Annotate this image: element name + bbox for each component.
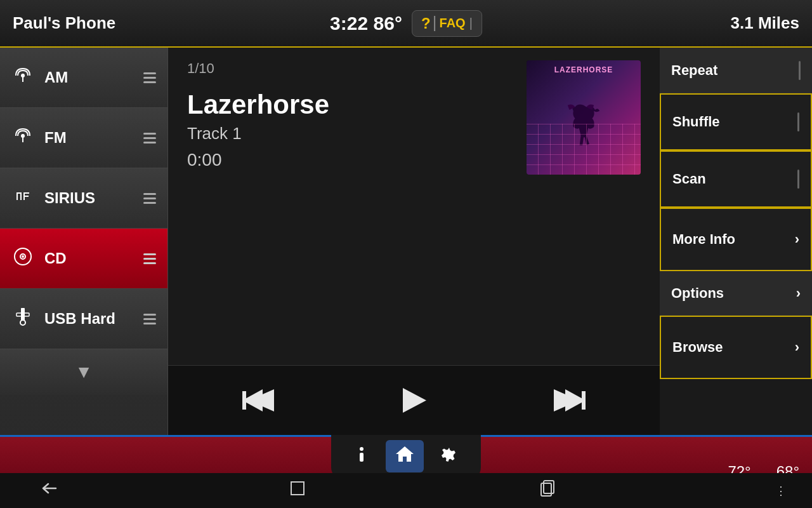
options-button[interactable]: Options › bbox=[660, 271, 812, 316]
browse-button[interactable]: Browse › bbox=[660, 316, 812, 379]
more-info-arrow-icon: › bbox=[795, 231, 799, 248]
android-recents-button[interactable] bbox=[526, 476, 569, 505]
gear-icon bbox=[439, 444, 459, 464]
scan-label: Scan bbox=[672, 171, 706, 187]
play-button[interactable] bbox=[381, 380, 447, 421]
am-menu-icon bbox=[143, 72, 156, 83]
sidebar: AM FM bbox=[0, 48, 168, 435]
android-home-button[interactable] bbox=[276, 476, 319, 505]
shuffle-indicator bbox=[797, 112, 799, 131]
cd-menu-icon bbox=[143, 253, 156, 264]
usb-icon bbox=[11, 307, 34, 331]
svg-point-6 bbox=[22, 255, 24, 258]
usb-label: USB Hard bbox=[44, 310, 133, 328]
sidebar-item-cd[interactable]: CD bbox=[0, 229, 167, 289]
scan-button[interactable]: Scan bbox=[660, 150, 812, 208]
sidebar-more-button[interactable]: ▼ bbox=[0, 349, 167, 395]
svg-marker-14 bbox=[403, 388, 426, 413]
android-navigation-bar: ⋮ bbox=[0, 473, 812, 508]
sidebar-item-am[interactable]: AM bbox=[0, 48, 167, 108]
svg-rect-19 bbox=[360, 453, 363, 462]
status-bar: Paul's Phone 3:22 86° ? FAQ | 3.1 Miles bbox=[0, 0, 812, 48]
info-nav-button[interactable] bbox=[344, 440, 379, 472]
am-label: AM bbox=[44, 69, 133, 86]
recents-icon bbox=[539, 479, 556, 497]
scan-indicator bbox=[797, 170, 799, 189]
sidebar-item-sirius[interactable]: SIRIUS bbox=[0, 168, 167, 229]
center-info: 3:22 86° ? FAQ | bbox=[330, 10, 482, 37]
album-grid bbox=[527, 124, 641, 175]
bottom-bar: 72° 68° ⋮ bbox=[0, 435, 812, 508]
browse-label: Browse bbox=[672, 339, 723, 356]
miles-display: 3.1 Miles bbox=[731, 13, 799, 33]
sirius-menu-icon bbox=[143, 193, 156, 204]
sirius-icon bbox=[11, 186, 34, 211]
svg-rect-8 bbox=[16, 313, 22, 316]
back-icon bbox=[38, 480, 57, 497]
usb-menu-icon bbox=[143, 314, 156, 324]
info-icon bbox=[353, 444, 370, 464]
am-icon bbox=[11, 65, 34, 90]
sidebar-item-usb[interactable]: USB Hard bbox=[0, 289, 167, 349]
next-button[interactable] bbox=[532, 380, 605, 421]
cd-icon bbox=[11, 246, 34, 271]
android-back-button[interactable] bbox=[25, 476, 70, 505]
sirius-label: SIRIUS bbox=[44, 189, 133, 207]
album-title-text: LAZERHORSE bbox=[527, 65, 641, 74]
play-icon bbox=[400, 386, 428, 415]
repeat-label: Repeat bbox=[671, 62, 717, 79]
temperature-display: 86° bbox=[374, 13, 402, 34]
album-background: LAZERHORSE bbox=[527, 60, 641, 175]
question-mark-icon: ? bbox=[421, 15, 431, 32]
fm-icon bbox=[11, 126, 34, 150]
repeat-button[interactable]: Repeat bbox=[660, 48, 812, 93]
home-nav-button[interactable] bbox=[386, 440, 424, 472]
settings-nav-button[interactable] bbox=[430, 440, 468, 472]
separator bbox=[435, 16, 436, 31]
home-icon bbox=[395, 444, 415, 464]
fm-label: FM bbox=[44, 129, 133, 147]
faq-label: FAQ bbox=[440, 16, 466, 30]
controls-bar bbox=[168, 365, 660, 435]
album-art: LAZERHORSE bbox=[527, 60, 641, 175]
shuffle-button[interactable]: Shuffle bbox=[660, 93, 812, 150]
shuffle-label: Shuffle bbox=[672, 114, 720, 130]
browse-arrow-icon: › bbox=[795, 339, 799, 356]
chevron-down-icon: ▼ bbox=[75, 362, 93, 382]
more-info-button[interactable]: More Info › bbox=[660, 208, 812, 271]
previous-icon bbox=[242, 386, 277, 415]
track-area: 1/10 LAZERHORSE Lazerhorse Track 1 0:00 bbox=[168, 48, 660, 289]
more-info-label: More Info bbox=[672, 231, 735, 248]
faq-separator: | bbox=[469, 16, 473, 30]
phone-name: Paul's Phone bbox=[13, 13, 115, 33]
fm-menu-icon bbox=[143, 133, 156, 144]
svg-point-18 bbox=[360, 447, 363, 451]
center-content: 1/10 LAZERHORSE Lazerhorse Track 1 0:00 bbox=[168, 48, 660, 435]
options-label: Options bbox=[671, 285, 724, 302]
android-home-icon bbox=[289, 479, 306, 497]
repeat-indicator bbox=[799, 61, 801, 80]
sidebar-item-fm[interactable]: FM bbox=[0, 108, 167, 168]
time-display: 3:22 bbox=[330, 13, 368, 34]
help-button[interactable]: ? FAQ | bbox=[412, 10, 482, 37]
time-temperature: 3:22 86° bbox=[330, 13, 402, 34]
main-area: AM FM bbox=[0, 48, 812, 435]
svg-rect-9 bbox=[24, 313, 29, 316]
next-icon bbox=[551, 386, 586, 415]
svg-point-10 bbox=[20, 320, 25, 325]
options-arrow-icon: › bbox=[796, 285, 801, 302]
cd-label: CD bbox=[44, 250, 133, 267]
android-more-options: ⋮ bbox=[775, 484, 787, 498]
right-panel: Repeat Shuffle Scan More Info › Options … bbox=[660, 48, 812, 435]
svg-marker-20 bbox=[396, 446, 414, 462]
previous-button[interactable] bbox=[223, 380, 296, 421]
